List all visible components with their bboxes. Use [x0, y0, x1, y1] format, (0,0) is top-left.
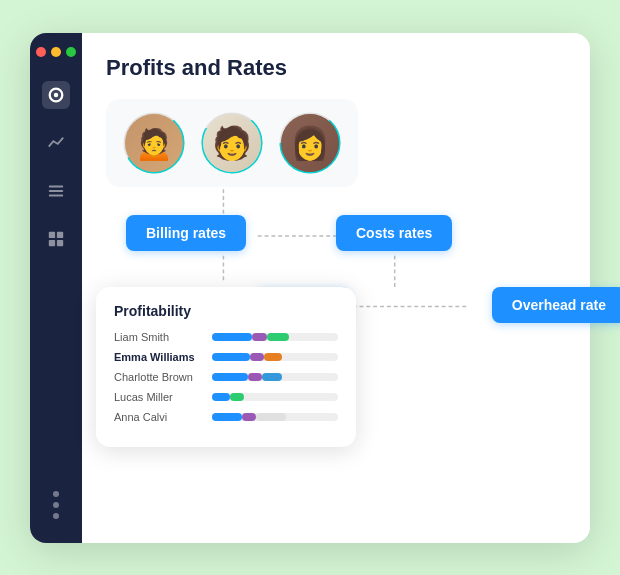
bar-lucas-blue [212, 393, 230, 401]
bar-charlotte-blue [212, 373, 248, 381]
svg-point-1 [54, 92, 59, 97]
prof-bar-liam [212, 333, 338, 341]
svg-rect-5 [49, 231, 55, 237]
avatar-1: 🙍 [122, 111, 186, 175]
prof-name-anna: Anna Calvi [114, 411, 204, 423]
prof-bar-emma [212, 353, 338, 361]
prof-bar-anna [212, 413, 338, 421]
prof-row-emma: Emma Williams [114, 351, 338, 363]
bar-emma-purple [250, 353, 264, 361]
bar-anna-gray [256, 413, 286, 421]
dot-2 [53, 502, 59, 508]
dot-1 [53, 491, 59, 497]
bar-emma-orange [264, 353, 282, 361]
sidebar [30, 33, 82, 543]
prof-row-charlotte: Charlotte Brown [114, 371, 338, 383]
prof-name-lucas: Lucas Miller [114, 391, 204, 403]
bar-anna-blue [212, 413, 242, 421]
svg-rect-6 [57, 231, 63, 237]
prof-name-liam: Liam Smith [114, 331, 204, 343]
sidebar-item-grid[interactable] [42, 225, 70, 253]
avatars-card: 🙍 🧑 👩 [106, 99, 358, 187]
prof-row-lucas: Lucas Miller [114, 391, 338, 403]
avatar-img-1: 🙍 [125, 114, 183, 172]
profitability-card: Profitability Liam Smith Emma Williams [96, 287, 356, 447]
billing-rates-node[interactable]: Billing rates [126, 215, 246, 251]
app-window: Profits and Rates 🙍 🧑 [30, 33, 590, 543]
sidebar-item-list[interactable] [42, 177, 70, 205]
minimize-button[interactable] [51, 47, 61, 57]
sidebar-item-home[interactable] [42, 81, 70, 109]
costs-rates-node[interactable]: Costs rates [336, 215, 452, 251]
bar-lucas-green [230, 393, 244, 401]
bar-charlotte-purple [248, 373, 262, 381]
avatar-3: 👩 [278, 111, 342, 175]
dot-3 [53, 513, 59, 519]
profitability-title: Profitability [114, 303, 338, 319]
svg-rect-8 [57, 239, 63, 245]
svg-rect-3 [49, 190, 63, 192]
avatar-2: 🧑 [200, 111, 264, 175]
traffic-lights [36, 47, 76, 57]
maximize-button[interactable] [66, 47, 76, 57]
overhead-rate-node[interactable]: Overhead rate [492, 287, 620, 323]
bar-anna-purple [242, 413, 256, 421]
main-content: Profits and Rates 🙍 🧑 [82, 33, 590, 543]
page-title: Profits and Rates [106, 55, 566, 81]
bar-liam-green [267, 333, 289, 341]
avatar-img-3: 👩 [281, 114, 339, 172]
sidebar-item-charts[interactable] [42, 129, 70, 157]
prof-row-anna: Anna Calvi [114, 411, 338, 423]
prof-name-emma: Emma Williams [114, 351, 204, 363]
prof-name-charlotte: Charlotte Brown [114, 371, 204, 383]
prof-bar-lucas [212, 393, 338, 401]
bar-charlotte-lblue [262, 373, 282, 381]
diagram-area: Billing rates Costs rates Pay rate Overh… [106, 187, 566, 387]
svg-rect-2 [49, 185, 63, 187]
svg-rect-7 [49, 239, 55, 245]
avatar-img-2: 🧑 [203, 114, 261, 172]
bar-emma-blue [212, 353, 250, 361]
sidebar-dots [53, 491, 59, 529]
prof-row-liam: Liam Smith [114, 331, 338, 343]
close-button[interactable] [36, 47, 46, 57]
bar-liam-purple [252, 333, 267, 341]
svg-rect-4 [49, 194, 63, 196]
bar-liam-blue [212, 333, 252, 341]
prof-bar-charlotte [212, 373, 338, 381]
